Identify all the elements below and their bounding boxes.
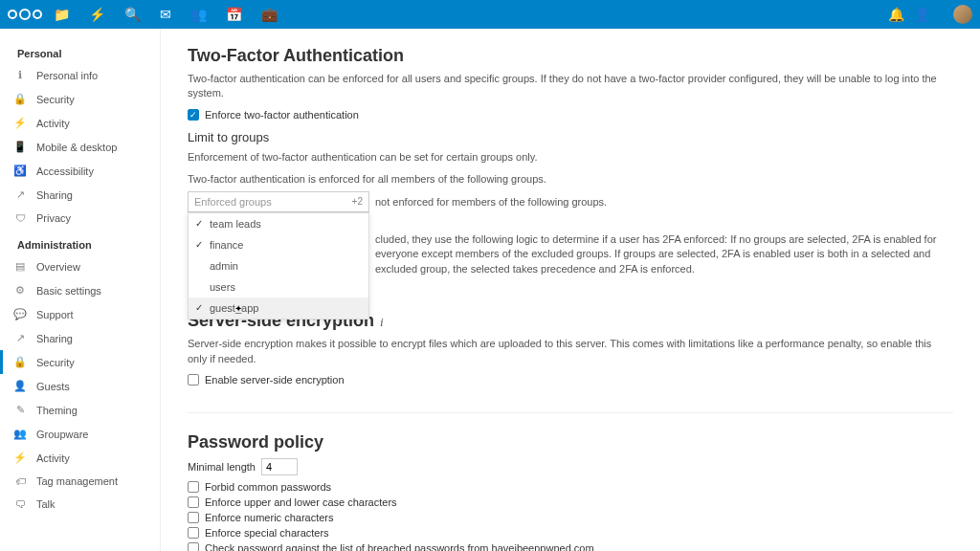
pw-option-label: Enforce numeric characters [205, 512, 334, 523]
section-encryption: Server-side encryptioni Server-side encr… [188, 311, 953, 386]
sidebar-item-activity[interactable]: ⚡Activity [0, 111, 160, 135]
enable-encryption-label: Enable server-side encryption [205, 374, 345, 386]
sidebar-item-label: Security [36, 357, 75, 368]
not-enforced-text: not enforced for members of the followin… [375, 191, 953, 209]
pw-option-checkbox[interactable] [188, 527, 199, 539]
group-option-users[interactable]: users [189, 276, 368, 298]
enforce-2fa-label: Enforce two-factor authentication [205, 109, 359, 121]
search-icon[interactable]: 🔍 [124, 7, 141, 22]
enforced-groups-input[interactable]: Enforced groups +2 [188, 191, 369, 212]
sidebar-item-label: Tag management [36, 475, 118, 487]
sidebar-item-theming[interactable]: ✎Theming [0, 398, 160, 422]
pw-option-label: Enforce upper and lower case characters [205, 496, 397, 508]
sidebar: Personal ℹPersonal info🔒Security⚡Activit… [0, 29, 161, 551]
main-content: Two-Factor Authentication Two-factor aut… [161, 29, 980, 551]
min-length-label: Minimal length [188, 461, 256, 473]
sidebar-item-label: Sharing [36, 189, 73, 201]
sidebar-item-label: Mobile & desktop [36, 142, 117, 153]
sidebar-item-tag-management[interactable]: 🏷Tag management [0, 470, 160, 493]
page-title: Two-Factor Authentication [188, 46, 953, 66]
pw-option-checkbox[interactable] [188, 542, 199, 551]
sidebar-icon: ⚡ [13, 452, 27, 464]
sidebar-item-talk[interactable]: 🗨Talk [0, 493, 160, 516]
group-option-admin[interactable]: admin [189, 255, 368, 276]
pw-option-checkbox[interactable] [188, 496, 199, 508]
user-icon[interactable]: 👤 [914, 7, 930, 22]
sidebar-icon: ▤ [13, 260, 27, 273]
group-option-guest-app[interactable]: guest_app✦ [189, 298, 368, 319]
sidebar-item-label: Overview [36, 261, 80, 273]
sidebar-icon: 🏷 [13, 475, 27, 487]
topbar-nav: 📁⚡🔍✉👥📅💼 [54, 7, 278, 22]
group-option-finance[interactable]: finance [189, 234, 368, 255]
sidebar-item-label: Basic settings [36, 285, 101, 297]
pw-option-checkbox[interactable] [188, 512, 199, 523]
enable-encryption-checkbox[interactable] [188, 374, 199, 386]
sidebar-icon: 👥 [13, 428, 27, 440]
2fa-description: Two-factor authentication can be enforce… [188, 72, 953, 101]
sidebar-icon: 🗨 [13, 498, 27, 510]
sidebar-item-security[interactable]: 🔒Security [0, 350, 160, 374]
sidebar-item-security[interactable]: 🔒Security [0, 87, 160, 111]
sidebar-item-label: Activity [36, 118, 70, 129]
sidebar-item-sharing[interactable]: ↗Sharing [0, 183, 160, 207]
group-option-team-leads[interactable]: team leads [189, 213, 368, 234]
calendar-icon[interactable]: 📅 [226, 7, 242, 22]
sidebar-item-support[interactable]: 💬Support [0, 302, 160, 326]
section-divider [188, 412, 953, 413]
sidebar-item-label: Privacy [36, 212, 71, 224]
sidebar-icon: ↗ [13, 332, 27, 344]
pw-option-checkbox[interactable] [188, 481, 199, 493]
enforced-groups-badge: +2 [352, 196, 363, 207]
mail-icon[interactable]: ✉ [160, 7, 171, 22]
sidebar-item-activity[interactable]: ⚡Activity [0, 446, 160, 470]
app-logo[interactable] [8, 9, 42, 20]
avatar[interactable] [953, 5, 972, 24]
enforced-groups-dropdown: team leadsfinanceadminusersguest_app✦ [188, 212, 369, 320]
limit-line2: Two-factor authentication is enforced fo… [188, 172, 953, 187]
sidebar-icon: ↗ [13, 188, 27, 201]
sidebar-icon: ✎ [13, 404, 27, 416]
sidebar-item-label: Groupware [36, 429, 88, 440]
sidebar-item-personal-info[interactable]: ℹPersonal info [0, 63, 160, 87]
sidebar-item-guests[interactable]: 👤Guests [0, 374, 160, 398]
bolt-icon[interactable]: ⚡ [89, 7, 105, 22]
sidebar-heading-personal: Personal [0, 44, 160, 63]
pw-option-label: Enforce special characters [205, 527, 329, 539]
sidebar-icon: 👤 [13, 380, 27, 392]
sidebar-icon: 🛡 [13, 212, 27, 224]
sidebar-icon: 📱 [13, 141, 27, 153]
min-length-input[interactable] [261, 458, 298, 475]
sidebar-heading-admin: Administration [0, 235, 160, 254]
users-icon[interactable]: 👥 [190, 7, 207, 22]
sidebar-item-label: Support [36, 309, 74, 320]
topbar: 📁⚡🔍✉👥📅💼 🔔👤 [0, 0, 980, 29]
topbar-right: 🔔👤 [888, 5, 972, 24]
sidebar-item-groupware[interactable]: 👥Groupware [0, 422, 160, 446]
2fa-logic-text: cluded, they use the following logic to … [375, 232, 953, 276]
briefcase-icon[interactable]: 💼 [261, 7, 278, 22]
sidebar-icon: 💬 [13, 308, 27, 320]
sidebar-icon: 🔒 [13, 356, 27, 368]
info-icon[interactable]: i [380, 315, 384, 329]
folder-icon[interactable]: 📁 [54, 7, 70, 22]
sidebar-item-label: Activity [36, 452, 70, 464]
sidebar-item-mobile-desktop[interactable]: 📱Mobile & desktop [0, 135, 160, 159]
sidebar-item-label: Sharing [36, 333, 73, 344]
sidebar-item-label: Security [36, 94, 75, 105]
sidebar-item-basic-settings[interactable]: ⚙Basic settings [0, 278, 160, 302]
sidebar-item-sharing[interactable]: ↗Sharing [0, 326, 160, 350]
pw-option-label: Check password against the list of breac… [205, 542, 594, 551]
pw-option-label: Forbid common passwords [205, 481, 331, 493]
sidebar-item-label: Theming [36, 405, 78, 416]
sidebar-item-overview[interactable]: ▤Overview [0, 254, 160, 278]
section-2fa: Two-Factor Authentication Two-factor aut… [188, 46, 953, 284]
bell-icon[interactable]: 🔔 [888, 7, 904, 22]
sidebar-icon: ⚡ [13, 117, 27, 129]
sidebar-item-privacy[interactable]: 🛡Privacy [0, 207, 160, 230]
sidebar-item-label: Talk [36, 498, 56, 510]
sidebar-icon: ♿ [13, 165, 27, 177]
enforce-2fa-checkbox[interactable]: ✓ [188, 109, 199, 121]
sidebar-icon: 🔒 [13, 93, 27, 105]
sidebar-item-accessibility[interactable]: ♿Accessibility [0, 159, 160, 183]
